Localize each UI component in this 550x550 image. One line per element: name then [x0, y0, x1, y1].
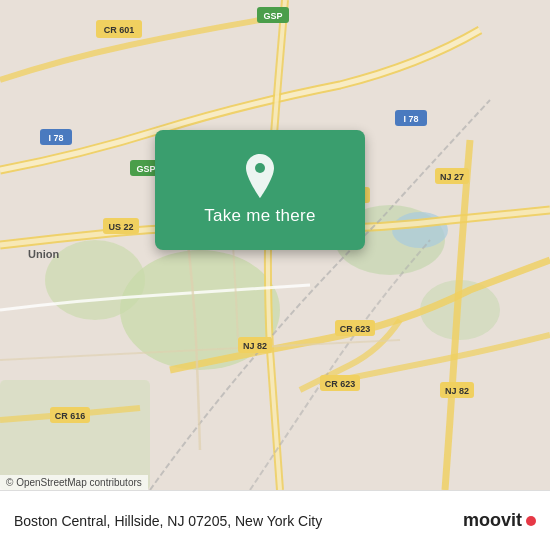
svg-rect-5	[0, 380, 150, 490]
map-attribution: © OpenStreetMap contributors	[0, 475, 148, 490]
svg-text:I 78: I 78	[403, 114, 418, 124]
svg-text:Union: Union	[28, 248, 59, 260]
svg-text:GSP: GSP	[136, 164, 155, 174]
map-container: CR 601 GSP I 78 I 78 GSP US 22 S 22 NJ 2…	[0, 0, 550, 490]
svg-text:CR 601: CR 601	[104, 25, 135, 35]
svg-point-34	[255, 163, 265, 173]
moovit-dot	[526, 516, 536, 526]
moovit-logo: moovit	[463, 510, 536, 531]
moovit-text: moovit	[463, 510, 522, 531]
svg-text:NJ 82: NJ 82	[445, 386, 469, 396]
svg-text:NJ 27: NJ 27	[440, 172, 464, 182]
svg-text:CR 623: CR 623	[340, 324, 371, 334]
location-card[interactable]: Take me there	[155, 130, 365, 250]
location-text: Boston Central, Hillside, NJ 07205, New …	[14, 513, 455, 529]
svg-text:I 78: I 78	[48, 133, 63, 143]
svg-text:GSP: GSP	[263, 11, 282, 21]
bottom-bar: Boston Central, Hillside, NJ 07205, New …	[0, 490, 550, 550]
svg-text:NJ 82: NJ 82	[243, 341, 267, 351]
svg-point-2	[45, 240, 145, 320]
location-pin-icon	[242, 154, 278, 198]
svg-text:CR 623: CR 623	[325, 379, 356, 389]
svg-text:US 22: US 22	[108, 222, 133, 232]
svg-text:CR 616: CR 616	[55, 411, 86, 421]
take-me-there-button[interactable]: Take me there	[204, 206, 316, 226]
